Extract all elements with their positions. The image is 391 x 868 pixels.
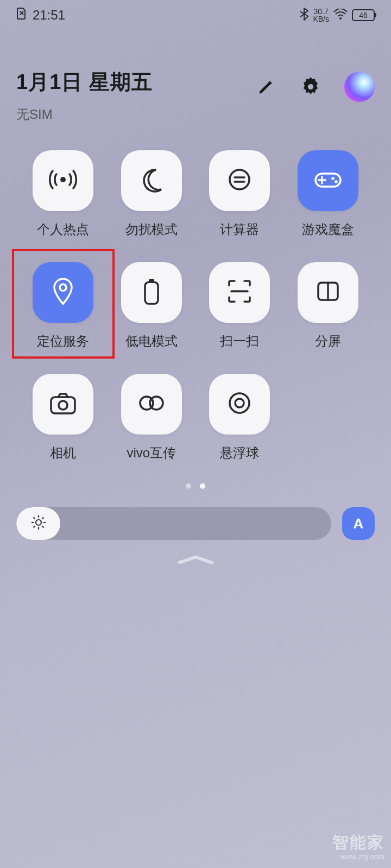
tile-button-calc[interactable] <box>209 150 270 211</box>
tile-label-floatball: 悬浮球 <box>220 444 259 462</box>
settings-button[interactable] <box>300 76 321 98</box>
quick-settings-grid: 个人热点勿扰模式计算器游戏魔盒定位服务低电模式扫一扫分屏相机vivo互传悬浮球 <box>0 136 391 462</box>
auto-brightness-button[interactable]: A <box>342 507 375 540</box>
tile-lowpower: 低电模式 <box>110 262 193 350</box>
header-left: 1月1日 星期五 无SIM <box>16 68 255 123</box>
hotspot-icon <box>48 164 78 197</box>
svg-point-18 <box>59 401 67 410</box>
status-bar: 21:51 30.7 KB/s 46 <box>0 0 391 30</box>
tile-label-split: 分屏 <box>315 333 341 350</box>
bluetooth-icon <box>300 8 308 23</box>
tile-button-lowpower[interactable] <box>121 262 182 323</box>
tile-label-hotspot: 个人热点 <box>37 221 89 238</box>
svg-point-20 <box>150 397 163 410</box>
tile-gamebox: 游戏魔盒 <box>287 150 370 238</box>
tile-button-floatball[interactable] <box>209 374 270 435</box>
status-time: 21:51 <box>33 8 65 23</box>
split-icon <box>314 278 342 307</box>
tile-hotspot: 个人热点 <box>22 150 105 238</box>
svg-line-29 <box>42 526 43 528</box>
wifi-icon <box>333 9 348 22</box>
tile-label-calc: 计算器 <box>220 221 259 238</box>
battery-icon <box>142 277 161 308</box>
network-speed: 30.7 KB/s <box>313 8 329 23</box>
brightness-slider[interactable] <box>16 507 331 540</box>
link-icon <box>137 392 166 416</box>
page-indicator[interactable] <box>0 483 391 489</box>
tile-label-location: 定位服务 <box>37 333 89 350</box>
svg-point-9 <box>331 177 335 180</box>
tile-button-gamebox[interactable] <box>298 150 358 211</box>
tile-button-vivoshare[interactable] <box>121 374 182 435</box>
tile-label-scan: 扫一扫 <box>220 333 259 350</box>
camera-icon <box>48 391 78 418</box>
svg-point-2 <box>60 177 66 182</box>
tile-scan: 扫一扫 <box>198 262 281 350</box>
svg-point-21 <box>230 393 249 413</box>
edit-button[interactable] <box>255 76 277 98</box>
tile-floatball: 悬浮球 <box>198 374 281 462</box>
svg-point-10 <box>335 180 338 183</box>
status-left: 21:51 <box>16 7 65 23</box>
gamepad-icon <box>312 168 344 193</box>
tile-split: 分屏 <box>287 262 370 350</box>
svg-point-0 <box>339 17 342 20</box>
tile-label-dnd: 勿扰模式 <box>125 221 178 238</box>
header-date: 1月1日 星期五 <box>16 68 255 96</box>
svg-point-3 <box>230 170 249 189</box>
header-actions <box>255 68 375 102</box>
moon-icon <box>137 165 166 196</box>
header-sim-status: 无SIM <box>16 106 255 123</box>
tile-button-camera[interactable] <box>33 374 93 435</box>
brightness-icon <box>30 514 47 533</box>
assistant-avatar[interactable] <box>344 72 375 102</box>
tile-button-hotspot[interactable] <box>33 150 93 211</box>
tile-button-split[interactable] <box>298 262 358 323</box>
status-right: 30.7 KB/s 46 <box>300 8 375 23</box>
svg-point-11 <box>60 284 66 291</box>
tile-button-dnd[interactable] <box>121 150 182 211</box>
tile-dnd: 勿扰模式 <box>110 150 193 238</box>
tile-location: 定位服务 <box>22 262 105 350</box>
svg-line-31 <box>42 518 43 519</box>
watermark: 智能家 www.znj.com <box>332 833 384 861</box>
circle-dot-icon <box>226 390 253 419</box>
tile-label-vivoshare: vivo互传 <box>127 444 176 462</box>
brightness-fill <box>16 507 60 540</box>
svg-point-23 <box>36 520 41 525</box>
sim-absent-icon <box>16 7 27 23</box>
svg-point-22 <box>235 399 244 407</box>
brightness-row: A <box>16 507 375 540</box>
tile-calc: 计算器 <box>198 150 281 238</box>
scan-icon <box>226 278 253 307</box>
svg-line-28 <box>33 518 35 519</box>
svg-rect-13 <box>149 279 154 282</box>
tile-button-scan[interactable] <box>209 262 270 323</box>
tile-label-lowpower: 低电模式 <box>125 333 178 350</box>
tile-button-location[interactable] <box>33 262 93 323</box>
svg-point-1 <box>308 84 313 90</box>
page-dot[interactable] <box>200 483 205 489</box>
battery-indicator: 46 <box>352 9 375 21</box>
svg-line-30 <box>33 526 35 528</box>
pin-icon <box>51 277 75 308</box>
tile-label-camera: 相机 <box>50 444 76 462</box>
panel-header: 1月1日 星期五 无SIM <box>0 30 391 136</box>
svg-rect-17 <box>51 397 75 413</box>
tile-label-gamebox: 游戏魔盒 <box>302 221 354 238</box>
svg-rect-12 <box>145 282 158 304</box>
page-dot[interactable] <box>186 483 191 489</box>
collapse-handle[interactable] <box>0 553 391 566</box>
tile-camera: 相机 <box>22 374 105 462</box>
tile-vivoshare: vivo互传 <box>110 374 193 462</box>
calculator-icon <box>226 166 253 195</box>
